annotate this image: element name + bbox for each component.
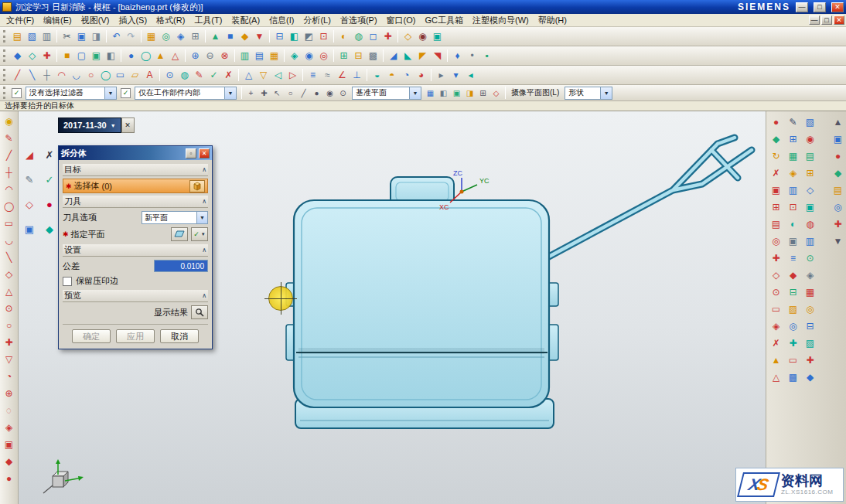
toolbar-icon[interactable]: ╱ xyxy=(10,68,25,83)
toolbar-icon[interactable]: ✚ xyxy=(2,334,17,351)
toolbar-icon[interactable]: ▣ xyxy=(430,29,445,44)
toolbar-icon[interactable]: ◍ xyxy=(177,68,192,83)
toolbar-icon[interactable]: ✎ xyxy=(2,130,17,147)
toolbar-icon[interactable]: ┼ xyxy=(39,68,54,83)
toolbar-icon[interactable]: ● xyxy=(769,114,783,129)
toolbar-icon[interactable]: ↻ xyxy=(769,148,783,163)
toolbar-icon[interactable]: ↖ xyxy=(271,87,284,100)
toolbar-icon[interactable]: • xyxy=(465,49,479,63)
toolbar-icon[interactable]: ▽ xyxy=(256,68,271,83)
toolbar-icon[interactable]: ◉ xyxy=(2,113,17,130)
toolbar-icon[interactable]: ■ xyxy=(60,49,74,63)
toolbar-icon[interactable]: ▤ xyxy=(803,148,817,163)
toolbar-icon[interactable]: ◧ xyxy=(437,87,450,100)
toolbar-icon[interactable]: ◆ xyxy=(2,453,17,470)
toolbar-icon[interactable]: ╱ xyxy=(297,87,310,100)
toolbar-icon[interactable]: ○ xyxy=(84,68,98,83)
toolbar-icon[interactable]: ⊟ xyxy=(272,29,287,44)
section-tool[interactable]: 刀具 ∧ xyxy=(63,196,208,208)
toolbar-icon[interactable]: ◐ xyxy=(336,29,351,44)
toolbar-icon[interactable]: ✂ xyxy=(60,29,74,44)
toolbar-icon[interactable]: ▲ xyxy=(153,49,168,63)
toolbar-icon[interactable]: ▣ xyxy=(22,221,37,237)
toolbar-icon[interactable]: ⊞ xyxy=(336,49,351,63)
toolbar-icon[interactable]: ✗ xyxy=(221,68,236,83)
menu-item[interactable]: 插入(S) xyxy=(114,14,152,27)
toolbar-icon[interactable]: ▤ xyxy=(831,182,845,197)
toolbar-icon[interactable]: ⊙ xyxy=(336,87,350,100)
menu-item[interactable]: 编辑(E) xyxy=(39,14,77,27)
toolbar-icon[interactable]: ◯ xyxy=(2,198,17,215)
toolbar-icon[interactable]: ◎ xyxy=(159,29,173,44)
toolbar-icon[interactable]: ▤ xyxy=(769,216,783,231)
tolerance-field[interactable]: 0.0100 xyxy=(154,260,208,272)
toolbar-icon[interactable]: ▸ xyxy=(434,68,449,83)
toolbar-icon[interactable]: ◎ xyxy=(831,199,845,214)
toolbar-icon[interactable]: ▦ xyxy=(803,284,817,299)
maximize-button[interactable]: □ xyxy=(814,2,826,12)
collapse-chevron-icon[interactable]: ∧ xyxy=(202,166,206,173)
toolbar-icon[interactable]: ◇ xyxy=(769,267,783,282)
toolbar-icon[interactable]: ✚ xyxy=(786,335,800,350)
toolbar-icon[interactable]: ✚ xyxy=(803,352,817,367)
toolbar-icon[interactable]: ◇ xyxy=(401,29,415,44)
menu-item[interactable]: 首选项(P) xyxy=(336,14,382,27)
toolbar-icon[interactable]: ✎ xyxy=(22,172,37,187)
menu-item[interactable]: 分析(L) xyxy=(298,14,335,27)
menu-item[interactable]: 信息(I) xyxy=(264,14,298,27)
mdi-close-button[interactable]: ✕ xyxy=(834,15,844,25)
toolbar-icon[interactable]: ▭ xyxy=(113,68,128,83)
menu-item[interactable]: 工具(T) xyxy=(189,14,227,27)
toolbar-icon[interactable]: ◈ xyxy=(2,419,17,436)
toolbar-icon[interactable]: ⊙ xyxy=(769,284,783,299)
toolbar-icon[interactable]: ◢ xyxy=(22,147,37,162)
apply-button[interactable]: 应用 xyxy=(116,329,155,343)
toolbar-icon[interactable]: ◣ xyxy=(401,49,415,63)
toolbar-icon[interactable]: ◎ xyxy=(769,233,783,248)
toolbar-icon[interactable]: ▤ xyxy=(252,49,267,63)
toolbar-icon[interactable]: ◐ xyxy=(786,216,800,231)
toolbar-icon[interactable]: ┼ xyxy=(2,164,17,181)
toolbar-icon[interactable]: ⊞ xyxy=(803,165,817,180)
type-filter-combo[interactable]: 没有选择过滤器 ▼ xyxy=(26,87,117,100)
toolbar-icon[interactable]: ▦ xyxy=(144,29,159,44)
toolbar-icon[interactable]: ▪ xyxy=(479,49,494,63)
toolbar-icon[interactable]: ● xyxy=(310,87,323,100)
menu-item[interactable]: 窗口(O) xyxy=(382,14,421,27)
dialog-options-icon[interactable]: ▫ xyxy=(186,148,196,158)
toolbar-icon[interactable]: ⊟ xyxy=(351,49,366,63)
minimize-button[interactable]: — xyxy=(796,2,808,12)
toolbar-icon[interactable]: ◈ xyxy=(769,318,783,333)
toolbar-icon[interactable]: ○ xyxy=(2,317,17,334)
toolbar-icon[interactable]: ◇ xyxy=(803,182,817,197)
toolbar-icon[interactable]: ◡ xyxy=(69,68,84,83)
toolbar-icon[interactable]: ▲ xyxy=(208,29,223,44)
toolbar-icon[interactable]: ◇ xyxy=(22,196,37,212)
snap-plane-label[interactable]: 摄像平面图(L) xyxy=(511,87,559,98)
toolbar-icon[interactable]: ▩ xyxy=(786,369,800,384)
toolbar-icon[interactable]: ✗ xyxy=(769,335,783,350)
toolbar-icon[interactable]: ▦ xyxy=(786,148,800,163)
selection-scope-combo[interactable]: 仅在工作部件内部 ▼ xyxy=(135,87,237,100)
toolbar-icon[interactable]: ◆ xyxy=(786,267,800,282)
toolbar-icon[interactable]: ◆ xyxy=(831,165,845,180)
toolbar-icon[interactable]: ▱ xyxy=(128,68,142,83)
toolbar-icon[interactable]: ◆ xyxy=(42,221,57,237)
toolbar-icon[interactable]: ⊞ xyxy=(188,29,203,44)
chevron-down-icon[interactable]: ▼ xyxy=(600,87,612,99)
toolbar-icon[interactable]: ▦ xyxy=(267,49,281,63)
toolbar-icon[interactable]: ◇ xyxy=(2,266,17,283)
toolbar-icon[interactable]: ◤ xyxy=(415,49,430,63)
toolbar-icon[interactable]: ◯ xyxy=(138,49,153,63)
toolbar-icon[interactable]: ◨ xyxy=(89,29,104,44)
dialog-title-bar[interactable]: 拆分体 ▫ ✕ xyxy=(59,146,212,160)
body-cube-icon[interactable] xyxy=(189,180,205,192)
toolbar-icon[interactable]: ╲ xyxy=(25,68,39,83)
toolbar-icon[interactable]: ▩ xyxy=(366,49,380,63)
mdi-restore-button[interactable]: □ xyxy=(821,15,832,25)
toolbar-icon[interactable]: ⊙ xyxy=(162,68,177,83)
toolbar-icon[interactable]: ⊟ xyxy=(803,318,817,333)
toolbar-icon[interactable]: ▨ xyxy=(803,335,817,350)
cad-runner[interactable] xyxy=(534,138,752,266)
toolbar-icon[interactable]: ◩ xyxy=(302,29,316,44)
